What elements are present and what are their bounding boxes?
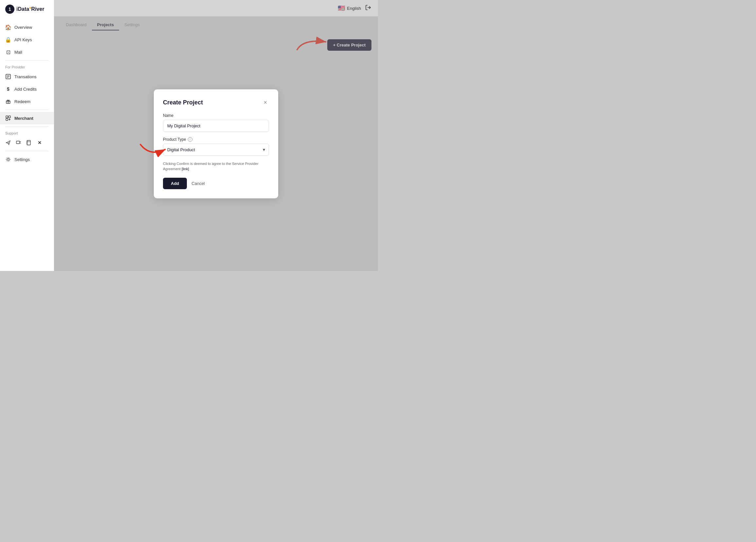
svg-rect-9 [6, 118, 8, 120]
x-icon[interactable]: ✕ [37, 140, 43, 146]
page-content: Dashboard Projects Settings + Create Pro… [54, 16, 378, 271]
book-icon[interactable] [26, 140, 32, 146]
logo-icon: 1 [5, 5, 14, 14]
name-form-group: Name [163, 113, 269, 132]
modal-actions: Add Cancel [163, 178, 269, 189]
sidebar-item-api-keys[interactable]: 🔒 API Keys [0, 33, 54, 46]
info-icon[interactable]: i [188, 137, 192, 142]
language-label: English [347, 6, 361, 11]
gift-icon [5, 99, 11, 104]
dollar-icon: $ [5, 86, 11, 92]
main-content: 🇺🇸 English Dashboard Projects Settings [54, 0, 378, 271]
app-container: 1 iData*River 🏠 Overview 🔒 API Keys ⊡ Ma… [0, 0, 378, 271]
sidebar-item-mall[interactable]: ⊡ Mall [0, 46, 54, 58]
telegram-icon[interactable] [5, 140, 11, 146]
logo-text: iData*River [16, 6, 44, 12]
modal-header: Create Project × [163, 99, 269, 107]
sidebar-item-transactions[interactable]: Transations [0, 70, 54, 83]
monitor-icon: ⊡ [5, 49, 11, 55]
support-section-label: Support [0, 129, 54, 136]
sidebar-label-api-keys: API Keys [14, 37, 32, 42]
modal-overlay: Create Project × Name Product Type i [54, 16, 378, 271]
svg-line-12 [8, 142, 9, 143]
sidebar-label-mall: Mall [14, 50, 22, 55]
sidebar-label-redeem: Redeem [14, 99, 30, 104]
name-label: Name [163, 113, 269, 118]
sidebar-item-merchant[interactable]: Merchant [0, 112, 54, 124]
sidebar-label-settings: Settings [14, 157, 30, 162]
product-type-select[interactable]: Digital Product Physical Product Service [163, 144, 269, 156]
home-icon: 🏠 [5, 24, 11, 30]
transactions-icon [5, 74, 11, 80]
svg-point-18 [7, 158, 9, 160]
product-type-select-wrapper: Digital Product Physical Product Service… [163, 144, 269, 156]
logo: 1 iData*River [0, 0, 54, 18]
sidebar-divider-3 [5, 126, 49, 127]
top-bar: 🇺🇸 English [54, 0, 378, 16]
provider-section-label: For Provider [0, 63, 54, 70]
language-selector[interactable]: 🇺🇸 English [338, 5, 361, 12]
name-input[interactable] [163, 120, 269, 132]
sidebar-divider-2 [5, 110, 49, 110]
sidebar-item-overview[interactable]: 🏠 Overview [0, 21, 54, 33]
create-project-modal: Create Project × Name Product Type i [154, 89, 278, 198]
sidebar-label-add-credits: Add Credits [14, 87, 37, 92]
lock-icon: 🔒 [5, 37, 11, 43]
support-icons-row: ✕ [0, 136, 54, 149]
agreement-text: Clicking Confirm is deemed to agree to t… [163, 161, 269, 172]
sidebar-item-redeem[interactable]: Redeem [0, 95, 54, 108]
sidebar-label-overview: Overview [14, 25, 32, 30]
sidebar-divider-1 [5, 60, 49, 61]
product-type-label-row: Product Type i [163, 137, 269, 142]
svg-rect-8 [9, 116, 10, 118]
sidebar: 1 iData*River 🏠 Overview 🔒 API Keys ⊡ Ma… [0, 0, 54, 271]
modal-close-button[interactable]: × [261, 99, 269, 107]
sidebar-item-add-credits[interactable]: $ Add Credits [0, 83, 54, 95]
logout-icon[interactable] [365, 4, 371, 12]
product-type-label: Product Type [163, 137, 186, 142]
modal-title: Create Project [163, 99, 203, 106]
sidebar-divider-4 [5, 151, 49, 151]
flag-icon: 🇺🇸 [338, 5, 345, 12]
svg-rect-7 [6, 116, 8, 118]
sidebar-item-settings[interactable]: Settings [0, 153, 54, 166]
notification-icon[interactable] [16, 140, 22, 146]
add-button[interactable]: Add [163, 178, 187, 189]
cancel-button[interactable]: Cancel [191, 181, 205, 186]
sidebar-nav: 🏠 Overview 🔒 API Keys ⊡ Mall For Provide… [0, 18, 54, 168]
sidebar-label-merchant: Merchant [14, 116, 33, 121]
agreement-link[interactable]: [link] [182, 167, 189, 171]
svg-rect-16 [27, 140, 30, 145]
svg-rect-13 [16, 141, 20, 144]
product-type-form-group: Product Type i Digital Product Physical … [163, 137, 269, 156]
settings-icon [5, 156, 11, 162]
sidebar-label-transactions: Transations [14, 74, 36, 79]
merchant-icon [5, 115, 11, 121]
